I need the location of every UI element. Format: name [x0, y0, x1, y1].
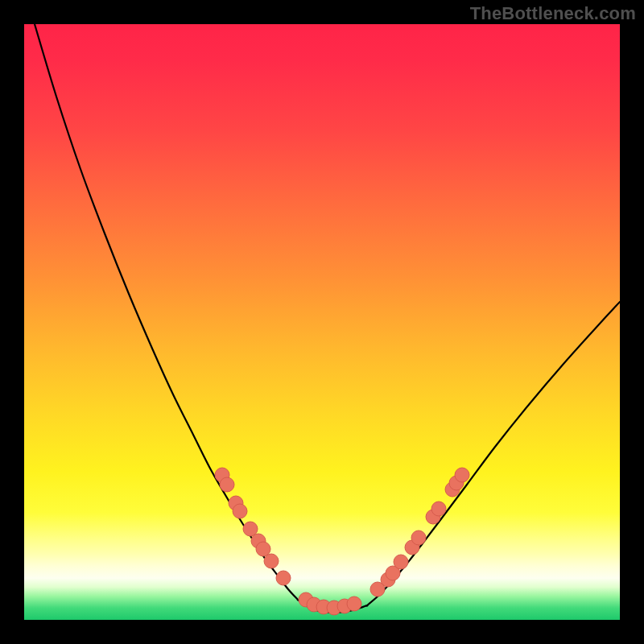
curve-marker	[264, 554, 279, 568]
plot-area	[24, 24, 620, 620]
curve-marker	[411, 530, 426, 545]
watermark-text: TheBottleneck.com	[470, 3, 636, 24]
curve-marker	[455, 468, 469, 482]
curve-marker	[233, 504, 247, 518]
curve-marker	[431, 502, 446, 516]
chart-stage: TheBottleneck.com	[0, 0, 644, 644]
curve-marker	[394, 555, 408, 569]
curve-marker	[220, 477, 234, 492]
curve-overlay	[24, 24, 620, 620]
curve-markers	[215, 468, 469, 615]
bottleneck-curve	[35, 24, 620, 613]
curve-marker	[347, 597, 361, 611]
curve-marker	[276, 571, 291, 585]
